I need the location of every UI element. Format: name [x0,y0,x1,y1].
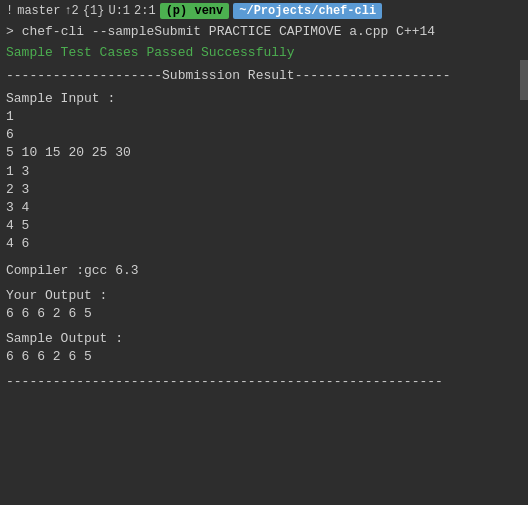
sample-input-section: Sample Input : 1 6 5 10 15 20 25 30 1 3 … [6,91,522,254]
your-output-label: Your Output : [6,288,522,303]
indicator2: {1} [83,4,105,18]
your-output-section: Your Output : 6 6 6 2 6 5 [6,288,522,323]
sample-output-section: Sample Output : 6 6 6 2 6 5 [6,331,522,366]
input-line-7: 4 5 [6,217,522,235]
sample-output-line-1: 6 6 6 2 6 5 [6,348,522,366]
command-text: chef-cli --sampleSubmit PRACTICE CAPIMOV… [22,24,435,39]
indicator1: ↑2 [64,4,78,18]
terminal-content: Sample Test Cases Passed Successfully --… [0,41,528,505]
command-line: > chef-cli --sampleSubmit PRACTICE CAPIM… [0,22,528,41]
scrollbar[interactable] [520,60,528,100]
indicator3: U:1 [108,4,130,18]
input-line-2: 6 [6,126,522,144]
path-badge: ~/Projects/chef-cli [233,3,382,19]
sample-output-label: Sample Output : [6,331,522,346]
branch-name: master [17,4,60,18]
success-message: Sample Test Cases Passed Successfully [6,45,522,60]
venv-badge: (p) venv [160,3,230,19]
divider-top: --------------------Submission Result---… [6,68,522,83]
indicator4: 2:1 [134,4,156,18]
command-prompt: > [6,24,14,39]
your-output-line-1: 6 6 6 2 6 5 [6,305,522,323]
input-line-3: 5 10 15 20 25 30 [6,144,522,162]
input-line-6: 3 4 [6,199,522,217]
input-line-8: 4 6 [6,235,522,253]
title-bar: ! master ↑2 {1} U:1 2:1 (p) venv ~/Proje… [0,0,528,22]
title-prefix: ! [6,4,13,18]
compiler-label: Compiler :gcc 6.3 [6,262,522,280]
input-line-1: 1 [6,108,522,126]
input-line-4: 1 3 [6,163,522,181]
input-line-5: 2 3 [6,181,522,199]
compiler-section: Compiler :gcc 6.3 [6,262,522,280]
terminal-window: ! master ↑2 {1} U:1 2:1 (p) venv ~/Proje… [0,0,528,505]
divider-bottom: ----------------------------------------… [6,374,522,389]
sample-input-label: Sample Input : [6,91,522,106]
